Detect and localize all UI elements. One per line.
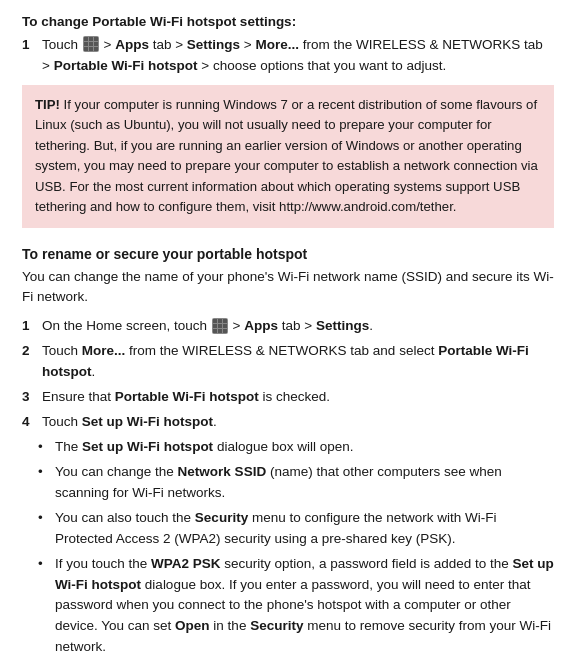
more-label: More... — [255, 37, 299, 52]
svg-rect-15 — [213, 329, 217, 333]
svg-rect-7 — [89, 47, 93, 51]
step-text: On the Home screen, touch > Apps ta — [42, 316, 554, 337]
step-text: Touch > Apps tab > Settings > More. — [42, 35, 554, 77]
svg-rect-12 — [213, 324, 217, 328]
svg-rect-11 — [223, 319, 227, 323]
step-item: 2 Touch More... from the WIRELESS & NETW… — [22, 341, 554, 383]
section2-intro: You can change the name of your phone's … — [22, 267, 554, 309]
portable-wifi-label-3: Portable Wi-Fi hotspot — [115, 389, 259, 404]
svg-rect-2 — [94, 37, 98, 41]
svg-rect-17 — [223, 329, 227, 333]
step-text: Touch More... from the WIRELESS & NETWOR… — [42, 341, 554, 383]
section1-heading: To change Portable Wi-Fi hotspot setting… — [22, 14, 554, 29]
svg-rect-16 — [218, 329, 222, 333]
setup-wifi-label-b: Set up Wi-Fi hotspot — [82, 439, 213, 454]
security-label: Security — [195, 510, 248, 525]
step-item: 4 Touch Set up Wi-Fi hotspot. — [22, 412, 554, 433]
section1-steps: 1 Touch > Apps tab > — [22, 35, 554, 77]
svg-rect-14 — [223, 324, 227, 328]
svg-rect-4 — [89, 42, 93, 46]
home-apps-icon — [212, 318, 228, 334]
settings-label-2: Settings — [316, 318, 369, 333]
bullet-item: • You can change the Network SSID (name)… — [38, 462, 554, 504]
svg-rect-8 — [94, 47, 98, 51]
network-ssid-label: Network SSID — [178, 464, 267, 479]
security-label-2: Security — [250, 618, 303, 633]
step-number: 4 — [22, 412, 38, 433]
setup-wifi-label-c: Set up Wi-Fi hotspot — [55, 556, 554, 592]
tip-label: TIP! — [35, 97, 60, 112]
bullet-text: You can also touch the Security menu to … — [55, 508, 554, 550]
svg-rect-3 — [84, 42, 88, 46]
tip-box: TIP! If your computer is running Windows… — [22, 85, 554, 228]
step-text: Touch Set up Wi-Fi hotspot. — [42, 412, 554, 433]
bullet-text: The Set up Wi-Fi hotspot dialogue box wi… — [55, 437, 554, 458]
page-container: To change Portable Wi-Fi hotspot setting… — [0, 0, 576, 654]
step-item: 3 Ensure that Portable Wi-Fi hotspot is … — [22, 387, 554, 408]
bullet-dot: • — [38, 508, 52, 529]
apps-label: Apps — [115, 37, 149, 52]
step-item: 1 On the Home screen, touch — [22, 316, 554, 337]
step-text: Ensure that Portable Wi-Fi hotspot is ch… — [42, 387, 554, 408]
svg-rect-0 — [84, 37, 88, 41]
open-label: Open — [175, 618, 210, 633]
step-number: 2 — [22, 341, 38, 362]
wpa2-label: WPA2 PSK — [151, 556, 221, 571]
step-number: 3 — [22, 387, 38, 408]
svg-rect-9 — [213, 319, 217, 323]
section2-heading: To rename or secure your portable hotspo… — [22, 246, 554, 262]
apps-icon — [83, 36, 99, 52]
apps-tab-label: Apps — [244, 318, 278, 333]
section2-steps: 1 On the Home screen, touch — [22, 316, 554, 433]
step-number: 1 — [22, 35, 38, 56]
setup-wifi-label: Set up Wi-Fi hotspot — [82, 414, 213, 429]
svg-rect-10 — [218, 319, 222, 323]
bullet-dot: • — [38, 554, 52, 575]
bullet-dot: • — [38, 437, 52, 458]
bullet-item: • You can also touch the Security menu t… — [38, 508, 554, 550]
step-item: 1 Touch > Apps tab > — [22, 35, 554, 77]
bullet-text: You can change the Network SSID (name) t… — [55, 462, 554, 504]
bullet-item: • If you touch the WPA2 PSK security opt… — [38, 554, 554, 654]
svg-rect-13 — [218, 324, 222, 328]
svg-rect-6 — [84, 47, 88, 51]
svg-rect-1 — [89, 37, 93, 41]
svg-rect-5 — [94, 42, 98, 46]
portable-wifi-label: Portable Wi-Fi hotspot — [54, 58, 198, 73]
bullet-item: • The Set up Wi-Fi hotspot dialogue box … — [38, 437, 554, 458]
bullet-list: • The Set up Wi-Fi hotspot dialogue box … — [22, 437, 554, 654]
settings-label: Settings — [187, 37, 240, 52]
bullet-text: If you touch the WPA2 PSK security optio… — [55, 554, 554, 654]
bullet-dot: • — [38, 462, 52, 483]
more-label-2: More... — [82, 343, 126, 358]
tip-text: If your computer is running Windows 7 or… — [35, 97, 538, 214]
step-number: 1 — [22, 316, 38, 337]
